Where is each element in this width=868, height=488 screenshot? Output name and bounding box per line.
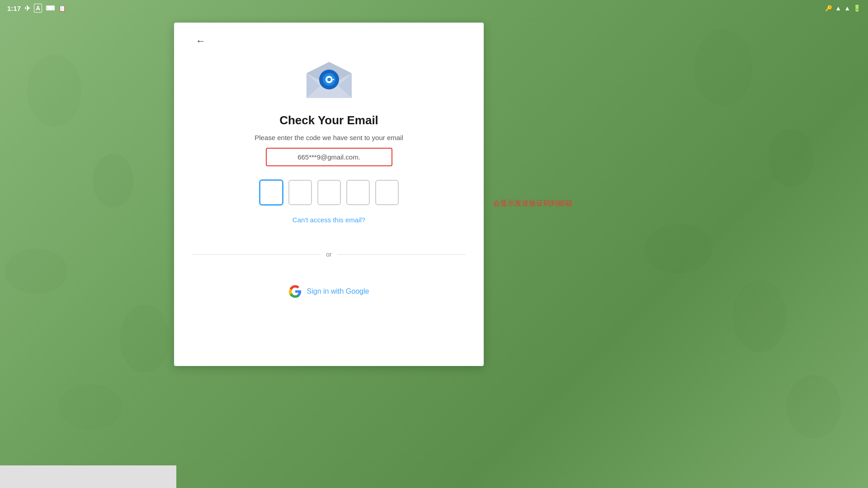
clipboard-icon: 📋 [58,5,66,12]
svg-point-17 [327,78,331,81]
google-signin-text: Sign in with Google [307,287,369,296]
status-bar: 1:17 ✈ A ⌨ 📋 🔑 ▲ ▲ 🔋 [0,0,868,16]
email-icon-container [304,60,354,102]
svg-point-3 [120,305,170,373]
cant-access-link[interactable]: Can't access this email? [292,216,365,224]
status-bar-left: 1:17 ✈ A ⌨ 📋 [7,4,66,13]
code-box-3[interactable] [317,180,341,205]
code-box-1[interactable] [259,180,283,205]
svg-point-9 [787,375,841,438]
signal-icon: ▲ [844,5,850,12]
svg-point-4 [694,29,753,106]
svg-point-0 [27,54,81,127]
wifi-icon: ▲ [835,5,841,12]
modal-card: ← Check Your Email Please enter the code… [174,23,484,366]
email-display: 665***9@gmail.com. [266,148,392,166]
google-signin-button[interactable]: Sign in with Google [280,281,378,302]
telegram-icon: ✈ [24,4,30,13]
divider-line-left [192,254,321,255]
divider: or [192,251,466,258]
svg-point-8 [59,384,122,429]
back-button[interactable]: ← [192,32,209,51]
code-inputs [259,180,399,205]
svg-point-5 [769,129,814,188]
annotation-text: 会显示发送验证码到邮箱 [493,199,572,208]
card-subtitle: Please enter the code we have sent to yo… [255,134,403,141]
email-icon [304,60,354,100]
google-g-icon [289,285,302,298]
divider-line-right [337,254,466,255]
svg-point-1 [93,154,133,208]
a-icon: A [34,4,42,13]
card-title: Check Your Email [279,113,378,127]
code-box-4[interactable] [346,180,370,205]
status-time: 1:17 [7,5,21,12]
code-box-2[interactable] [288,180,312,205]
svg-point-6 [644,224,712,273]
code-box-5[interactable] [375,180,399,205]
status-bar-right: 🔑 ▲ ▲ 🔋 [825,5,861,12]
keyboard-icon: ⌨ [46,5,55,12]
svg-point-2 [5,249,68,294]
bottom-nav-bar [0,465,176,488]
svg-point-7 [732,280,787,352]
key-icon: 🔑 [825,5,832,12]
battery-icon: 🔋 [853,5,861,12]
divider-text: or [326,251,331,258]
